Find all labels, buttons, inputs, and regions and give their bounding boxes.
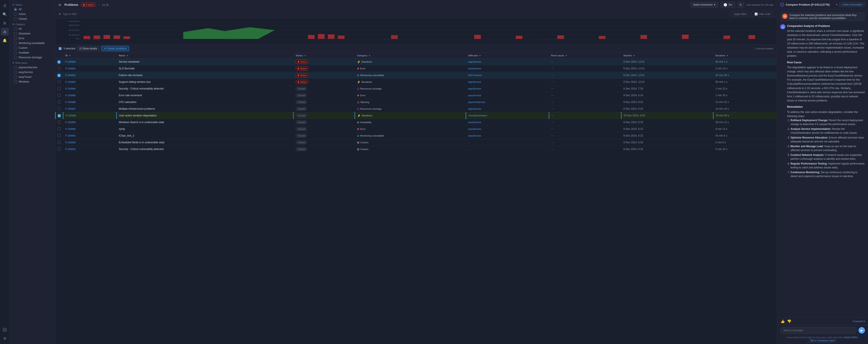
col-affected[interactable]: Affected ▼ bbox=[466, 53, 549, 59]
sources-button[interactable]: 3 sources ▾ bbox=[852, 320, 865, 323]
sidebar-item-cat-all[interactable]: All bbox=[9, 27, 55, 31]
ai-send-button[interactable]: ▶ bbox=[859, 327, 865, 334]
id-cell[interactable]: P-230980 bbox=[63, 59, 117, 65]
sidebar-item-cat-resources[interactable]: Resources shortage bbox=[9, 55, 55, 60]
refresh-button[interactable]: ↻ bbox=[738, 2, 744, 8]
id-cell[interactable]: P-230987 bbox=[63, 106, 117, 112]
select-all-checkbox[interactable]: — bbox=[59, 47, 62, 50]
table-row[interactable]: P-230985 Error rate increment Closed ✖ E… bbox=[55, 92, 777, 99]
expert-button[interactable]: Talk to a Dynatrace expert bbox=[808, 339, 837, 343]
hide-chart-button[interactable]: 📊 Hide chart bbox=[752, 11, 773, 17]
col-status[interactable]: Status ▼ bbox=[293, 53, 354, 59]
table-row[interactable]: P-230992 Embedded Mode is in undesirable… bbox=[55, 139, 777, 146]
sidebar-item-easytravel[interactable]: easyTravel bbox=[9, 75, 55, 79]
table-row[interactable]: P-230990 zyrdy Closed ✖ Error easyServic… bbox=[55, 126, 777, 132]
col-started[interactable]: Started ▼ bbox=[621, 53, 713, 59]
row-checkbox[interactable] bbox=[58, 80, 61, 83]
row-checkbox[interactable] bbox=[58, 121, 61, 124]
row-checkbox[interactable] bbox=[58, 100, 61, 103]
table-row[interactable]: P-230980 Service slowdown Active ⚡ Slowd… bbox=[55, 59, 777, 65]
id-cell[interactable]: P-230988 bbox=[63, 112, 117, 119]
sidebar-category-header[interactable]: ▼ Category bbox=[9, 21, 55, 27]
check-slowdown[interactable] bbox=[14, 32, 17, 35]
affected-cell[interactable]: loginService bbox=[466, 85, 549, 92]
timeframe-button[interactable]: Select timeframe ▾ bbox=[690, 2, 718, 8]
thumbs-down-button[interactable]: 👎 bbox=[786, 319, 792, 324]
id-cell[interactable]: P-230990 bbox=[63, 126, 117, 132]
radio-all[interactable] bbox=[14, 8, 17, 11]
table-row[interactable]: P-230987 Multiple infrastructure problem… bbox=[55, 106, 777, 112]
id-cell[interactable]: P-230991 bbox=[63, 132, 117, 139]
table-row[interactable]: P-230989 Windows Search is in undesirabl… bbox=[55, 119, 777, 126]
row-checkbox[interactable] bbox=[58, 94, 61, 97]
new-conversation-button[interactable]: + New conversation bbox=[839, 2, 865, 7]
filter-input[interactable] bbox=[63, 12, 729, 15]
table-row[interactable]: P-230981 SLO Burnrate Active ✖ Error eas… bbox=[55, 65, 777, 72]
table-row[interactable]: P-230991 IChpe_test_2 Closed ⊘ Monitorin… bbox=[55, 132, 777, 139]
id-cell[interactable]: P-230986 bbox=[63, 99, 117, 106]
row-checkbox[interactable] bbox=[58, 114, 61, 117]
check-payment[interactable] bbox=[14, 66, 17, 69]
sidebar-rootcause-header[interactable]: ▼ Root cause bbox=[9, 60, 55, 65]
row-checkbox[interactable] bbox=[58, 147, 61, 150]
sidebar-item-windows[interactable]: Windows bbox=[9, 79, 55, 84]
check-error[interactable] bbox=[14, 37, 17, 40]
id-cell[interactable]: P-230989 bbox=[63, 119, 117, 126]
ai-message-input[interactable] bbox=[780, 327, 857, 334]
col-duration[interactable]: Duration ▼ bbox=[713, 53, 777, 59]
id-cell[interactable]: P-230993 bbox=[63, 146, 117, 152]
row-checkbox[interactable] bbox=[58, 141, 61, 144]
sidebar-item-cat-error[interactable]: Error bbox=[9, 36, 55, 41]
check-resources[interactable] bbox=[14, 56, 17, 59]
check-cat-all[interactable] bbox=[14, 27, 17, 30]
check-easy[interactable] bbox=[14, 71, 17, 74]
nav-apps-icon[interactable]: ⊞ bbox=[1, 19, 9, 27]
sidebar-item-payment[interactable]: paymentService bbox=[9, 65, 55, 70]
affected-cell[interactable]: - bbox=[466, 139, 549, 146]
affected-cell[interactable]: CheckDestination bbox=[466, 112, 549, 119]
affected-cell[interactable]: easyService bbox=[466, 92, 549, 99]
problems-tab-label[interactable]: Problems bbox=[64, 3, 78, 6]
row-checkbox[interactable] bbox=[58, 61, 61, 64]
affected-cell[interactable]: - bbox=[466, 146, 549, 152]
table-row[interactable]: P-230983 Support sliding window size Act… bbox=[55, 79, 777, 85]
id-cell[interactable]: P-230992 bbox=[63, 139, 117, 146]
radio-active[interactable] bbox=[14, 12, 17, 15]
id-cell[interactable]: P-230985 bbox=[63, 92, 117, 99]
davis-copilot-link[interactable]: Davis CoPilot bbox=[844, 336, 857, 339]
affected-cell[interactable]: easyService bbox=[466, 65, 549, 72]
table-row[interactable]: P-230986 CPU saturation Closed ⚠ Warning… bbox=[55, 99, 777, 106]
sidebar-item-cat-available[interactable]: Available bbox=[9, 50, 55, 55]
nav-davis-icon[interactable]: D bbox=[1, 326, 9, 334]
col-name[interactable]: Name ▼ bbox=[117, 53, 293, 59]
row-checkbox[interactable] bbox=[58, 134, 61, 137]
sidebar-status-header[interactable]: ▼ Status bbox=[9, 2, 55, 7]
columns-hidden-label[interactable]: 2 columns hidden bbox=[755, 47, 773, 50]
explain-problems-button[interactable]: ✦ Explain problems bbox=[101, 46, 129, 51]
sidebar-item-cat-custom[interactable]: Custom bbox=[9, 45, 55, 50]
affected-cell[interactable]: paymentService bbox=[466, 99, 549, 106]
col-category[interactable]: Category ▼ bbox=[355, 53, 466, 59]
row-checkbox[interactable] bbox=[58, 107, 61, 110]
row-checkbox[interactable] bbox=[58, 87, 61, 90]
nav-menu-icon[interactable]: ☰ bbox=[1, 2, 9, 9]
check-easytravel[interactable] bbox=[14, 75, 17, 78]
nav-search-icon[interactable]: 🔍 bbox=[1, 10, 9, 18]
sidebar-item-closed[interactable]: Closed bbox=[9, 16, 55, 21]
id-cell[interactable]: P-230982 bbox=[63, 72, 117, 79]
check-windows[interactable] bbox=[14, 80, 17, 83]
check-available[interactable] bbox=[14, 51, 17, 54]
table-row[interactable]: P-230993 Security - Critical vulnerabili… bbox=[55, 146, 777, 152]
affected-cell[interactable]: easyService bbox=[466, 132, 549, 139]
affected-cell[interactable]: easyService bbox=[466, 126, 549, 132]
table-row[interactable]: P-230988 User action duration degradatio… bbox=[55, 112, 777, 119]
affected-cell[interactable]: easyService bbox=[466, 119, 549, 126]
col-id[interactable]: ID ▼ bbox=[63, 53, 117, 59]
table-row[interactable]: P-230982 Failure rate increase Active ⊘ … bbox=[55, 72, 777, 79]
row-checkbox[interactable] bbox=[58, 67, 61, 70]
sidebar-item-easy[interactable]: easyService bbox=[9, 70, 55, 75]
affected-cell[interactable]: SSO-Service bbox=[466, 72, 549, 79]
sidebar-item-all[interactable]: All bbox=[9, 7, 55, 12]
affected-cell[interactable]: loginService bbox=[466, 79, 549, 85]
nav-settings-icon[interactable]: ⚙ bbox=[1, 335, 9, 342]
